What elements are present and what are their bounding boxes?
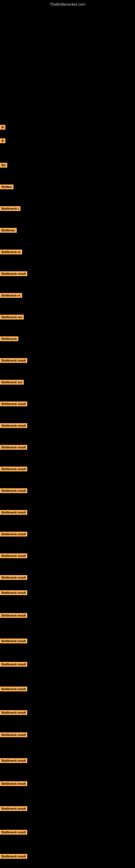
bottleneck-result-label: Bottleneck result	[0, 401, 27, 406]
bottleneck-result-label: B	[0, 125, 5, 130]
bottleneck-result-label: Bottleneck result	[0, 806, 27, 811]
bottleneck-result-label: Bottleneck result	[0, 733, 27, 737]
site-title: TheBottlenecker.com	[0, 0, 135, 8]
bottleneck-result-label: Bottleneck result	[0, 590, 27, 595]
bottleneck-result-label: Bottleneck result	[0, 510, 27, 515]
bottleneck-result-label: Bottleneck result	[0, 639, 27, 643]
bottleneck-result-label: Bottleneck result	[0, 613, 27, 618]
bottleneck-result-label: Bottleneck result	[0, 575, 27, 580]
bottleneck-result-label: Bottleneck result	[0, 710, 27, 715]
bottleneck-result-label: Bottleneck result	[0, 358, 27, 363]
bottleneck-result-label: Bottleneck result	[0, 758, 27, 763]
bottleneck-result-label: Bottleneck result	[0, 854, 27, 859]
bottleneck-result-label: B	[0, 138, 5, 143]
bottleneck-result-label: Bottleneck res	[0, 315, 24, 319]
bottleneck-result-label: Bottleneck result	[0, 271, 27, 276]
bottleneck-result-label: Bo	[0, 163, 7, 167]
bottleneck-result-label: Bottleneck res	[0, 380, 24, 384]
bottleneck-result-label: Bottleneck r	[0, 206, 20, 211]
bottleneck-result-label: Bottleneck result	[0, 467, 27, 471]
bottleneck-result-label: Bottleneck result	[0, 686, 27, 691]
bottleneck-result-label: Bottleneck result	[0, 553, 27, 558]
bottleneck-result-label: Bottlenec	[0, 228, 17, 233]
bottleneck-result-label: Bottlen	[0, 184, 13, 189]
bottleneck-result-label: Bottleneck result	[0, 662, 27, 667]
bottleneck-result-label: Bottleneck result	[0, 830, 27, 835]
bottleneck-result-label: Bottleneck result	[0, 781, 27, 786]
bottleneck-result-label: Bottleneck result	[0, 532, 27, 536]
bottleneck-result-label: Bottleneck	[0, 336, 18, 341]
bottleneck-result-label: Bottleneck result	[0, 488, 27, 493]
bottleneck-result-label: Bottleneck result	[0, 445, 27, 450]
bottleneck-result-label: Bottleneck re	[0, 250, 22, 254]
bottleneck-result-label: Bottleneck result	[0, 423, 27, 428]
bottleneck-result-label: Bottleneck re	[0, 293, 22, 298]
